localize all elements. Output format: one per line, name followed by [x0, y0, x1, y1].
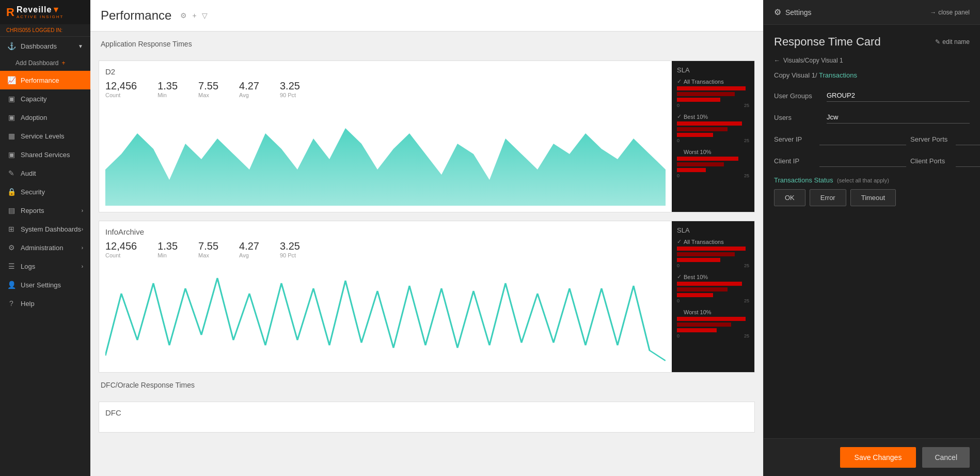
- client-row: Client IP Client Ports: [774, 155, 970, 167]
- edit-name-link[interactable]: ✎ edit name: [935, 38, 970, 45]
- user-groups-label: User Groups: [774, 92, 820, 100]
- sidebar-item-security[interactable]: 🔒 Security: [0, 182, 90, 201]
- stat-count-ia: 12,456 Count: [105, 240, 137, 258]
- stat-value-count-ia: 12,456: [105, 240, 137, 252]
- stat-value-max-ia: 7.55: [198, 240, 218, 252]
- admin-icon: ⚙: [7, 243, 15, 252]
- client-ip-input[interactable]: [819, 155, 906, 167]
- sla-item-worst: ✓ Worst 10% 025: [677, 148, 749, 178]
- sla-item-worst-ia: ✓ Worst 10% 025: [677, 309, 749, 339]
- stat-key-count-ia: Count: [105, 252, 137, 258]
- stat-key-count: Count: [105, 92, 137, 98]
- stat-min-ia: 1.35 Min: [157, 240, 178, 258]
- sidebar-item-label: Shared Services: [21, 151, 70, 159]
- users-label: Users: [774, 114, 820, 121]
- sidebar-item-system-dashboards[interactable]: ⊞ System Dashboards ›: [0, 220, 90, 238]
- sidebar-item-user-settings[interactable]: 👤 User Settings: [0, 275, 90, 294]
- transactions-label: Transactions Status (select all that app…: [774, 176, 970, 184]
- error-button[interactable]: Error: [810, 189, 846, 206]
- page-title: Performance: [101, 8, 171, 23]
- chevron-icon: ▼: [78, 43, 83, 49]
- panel-footer: Save Changes Cancel: [764, 438, 980, 476]
- card-title-text: Response Time Card: [774, 35, 881, 49]
- gear-icon[interactable]: ⚙: [180, 11, 187, 20]
- reports-icon: ▤: [7, 206, 15, 214]
- sidebar-item-label: Help: [21, 300, 35, 308]
- server-ip-input[interactable]: [819, 133, 906, 145]
- sidebar-item-performance[interactable]: 📈 Performance: [0, 71, 90, 89]
- sla-item-best-ia: ✓ Best 10% 025: [677, 273, 749, 303]
- sidebar-item-label: Audit: [21, 170, 36, 177]
- stat-key-pct-ia: 90 Pct: [280, 252, 300, 258]
- card-title-row: Response Time Card ✎ edit name: [774, 35, 970, 49]
- chart-stats-infoarchive: 12,456 Count 1.35 Min 7.55 Max 4.27 Avg: [105, 240, 666, 258]
- sidebar-item-label: Reports: [21, 207, 44, 214]
- page-header: Performance ⚙ + ▽: [90, 0, 763, 32]
- sidebar-item-capacity[interactable]: ▣ Capacity: [0, 89, 90, 108]
- server-ports-input[interactable]: [956, 133, 980, 145]
- adoption-icon: ▣: [7, 113, 15, 121]
- users-row: Users: [774, 111, 970, 124]
- close-panel-button[interactable]: → close panel: [930, 9, 970, 16]
- save-changes-button[interactable]: Save Changes: [840, 447, 916, 468]
- client-ip-label: Client IP: [774, 157, 815, 165]
- user-settings-icon: 👤: [7, 281, 15, 289]
- panel-title: Settings: [785, 8, 812, 17]
- sidebar-item-add-dashboard[interactable]: Add Dashboard +: [0, 55, 90, 71]
- line-chart-infoarchive: [105, 263, 666, 366]
- sidebar-item-reports[interactable]: ▤ Reports ›: [0, 201, 90, 220]
- sidebar-item-logs[interactable]: ☰ Logs ›: [0, 257, 90, 275]
- plus-icon[interactable]: +: [192, 11, 196, 20]
- stat-value-pct-ia: 3.25: [280, 240, 300, 252]
- stat-key-max-ia: Max: [198, 252, 218, 258]
- sidebar-item-adoption[interactable]: ▣ Adoption: [0, 108, 90, 127]
- user-groups-row: User Groups: [774, 89, 970, 102]
- cancel-button[interactable]: Cancel: [922, 447, 970, 468]
- timeout-button[interactable]: Timeout: [850, 189, 896, 206]
- stat-value-pct: 3.25: [280, 80, 300, 92]
- arrow-left-icon: ←: [774, 57, 780, 64]
- transaction-buttons: OK Error Timeout: [774, 189, 970, 206]
- transactions-link[interactable]: Transactions: [774, 176, 812, 184]
- chart-label-dfc: DFC: [105, 408, 748, 417]
- plus-icon: +: [61, 59, 65, 67]
- server-ip-group: Server IP: [774, 133, 906, 145]
- sidebar-sub-label: Add Dashboard: [15, 59, 58, 67]
- filter-icon[interactable]: ▽: [202, 11, 208, 20]
- stat-value-min: 1.35: [157, 80, 178, 92]
- stat-key-avg: Avg: [239, 92, 259, 98]
- sidebar-item-audit[interactable]: ✎ Audit: [0, 164, 90, 182]
- stat-count: 12,456 Count: [105, 80, 137, 98]
- stat-value-max: 7.55: [198, 80, 218, 92]
- logo-icon: R: [6, 6, 14, 19]
- shared-services-icon: ▣: [7, 150, 15, 159]
- transactions-section: Transactions Status (select all that app…: [774, 176, 970, 206]
- service-levels-icon: ▦: [7, 132, 15, 140]
- sla-title-d2: SLA: [677, 66, 749, 74]
- sidebar-item-service-levels[interactable]: ▦ Service Levels: [0, 127, 90, 145]
- user-groups-input[interactable]: [827, 89, 970, 102]
- sla-item-all-ia: ✓ All Transactions 025: [677, 238, 749, 268]
- lock-icon: 🔒: [7, 188, 15, 196]
- audit-icon: ✎: [7, 169, 15, 177]
- sidebar: R Reveille▼ ACTIVE INSIGHT CHRIS055 LOGG…: [0, 0, 90, 476]
- capacity-icon: ▣: [7, 95, 15, 103]
- sidebar-item-dashboards[interactable]: ⚓ Dashboards ▼: [0, 37, 90, 55]
- ok-button[interactable]: OK: [774, 189, 805, 206]
- sidebar-item-administration[interactable]: ⚙ Administration ›: [0, 238, 90, 257]
- stat-value-avg: 4.27: [239, 80, 259, 92]
- sidebar-item-label: Administration: [21, 244, 63, 252]
- status-link[interactable]: Status: [814, 176, 833, 184]
- sidebar-item-shared-services[interactable]: ▣ Shared Services: [0, 145, 90, 164]
- client-ip-group: Client IP: [774, 155, 906, 167]
- sidebar-item-label: Capacity: [21, 95, 47, 103]
- sla-item-best: ✓ Best 10% 025: [677, 113, 749, 143]
- client-ports-label: Client Ports: [910, 157, 952, 165]
- client-ports-group: Client Ports: [910, 155, 980, 167]
- client-ports-input[interactable]: [956, 155, 980, 167]
- users-input[interactable]: [827, 111, 970, 124]
- sidebar-item-help[interactable]: ? Help: [0, 294, 90, 313]
- stat-value-avg-ia: 4.27: [239, 240, 259, 252]
- back-link[interactable]: ← Visuals/Copy Visual 1: [774, 57, 970, 64]
- chevron-admin-icon: ›: [82, 245, 83, 251]
